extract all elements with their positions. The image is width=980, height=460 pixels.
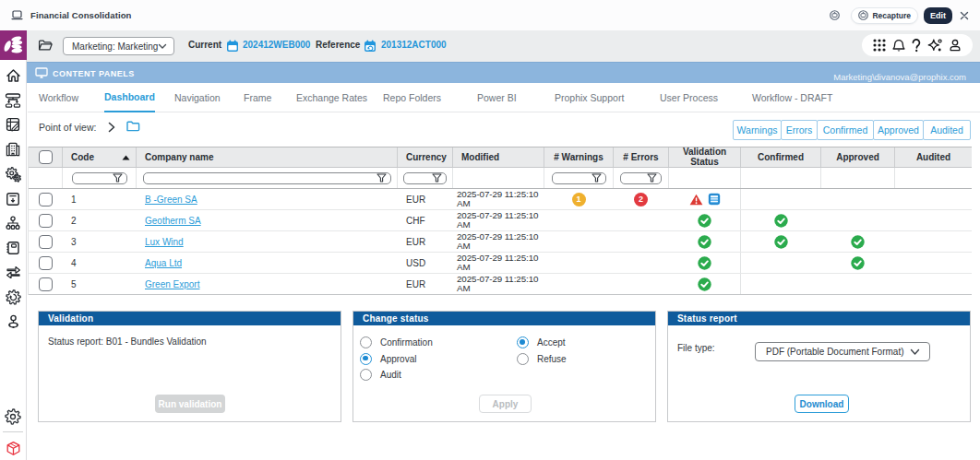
sidebar-item-home[interactable]: [0, 68, 26, 83]
filter-button-audited[interactable]: Audited: [923, 120, 971, 140]
open-folder-icon[interactable]: [38, 39, 53, 52]
column-header[interactable]: # Warnings: [554, 152, 604, 162]
company-link[interactable]: Lux Wind: [145, 237, 184, 247]
tab-dashboard[interactable]: Dashboard: [104, 83, 155, 112]
radio-circle-icon[interactable]: [517, 336, 529, 348]
filter-button-warnings[interactable]: Warnings: [733, 120, 782, 140]
funnel-icon[interactable]: [647, 173, 657, 183]
apps-grid-icon[interactable]: [873, 39, 886, 52]
apply-button[interactable]: Apply: [479, 395, 532, 413]
table-row[interactable]: 3Lux WindEUR2025-07-29 11:25:10AM: [29, 231, 972, 253]
row-checkbox[interactable]: [39, 277, 53, 291]
column-header[interactable]: ValidationStatus: [683, 147, 726, 167]
sidebar-item-report-box[interactable]: [0, 192, 26, 206]
column-header[interactable]: Modified: [461, 152, 499, 162]
sidebar-item-journal-edit[interactable]: [0, 117, 26, 132]
filter-button-approved[interactable]: Approved: [873, 120, 924, 140]
sidebar-item-automation[interactable]: [0, 289, 26, 305]
notifications-bell-icon[interactable]: [892, 39, 905, 53]
funnel-icon[interactable]: [113, 173, 123, 183]
validation-warning-icon[interactable]: [689, 194, 703, 206]
column-header[interactable]: Currency: [406, 152, 447, 162]
column-header[interactable]: Confirmed: [758, 152, 804, 162]
close-icon[interactable]: [960, 11, 969, 20]
tab-workflow[interactable]: Workflow: [39, 83, 78, 112]
table-row[interactable]: 5Green ExportEUR2025-07-29 11:25:10AM: [29, 274, 972, 295]
pov-folder-icon[interactable]: [126, 121, 140, 132]
sidebar-item-user-flow[interactable]: [0, 314, 26, 329]
recapture-button[interactable]: Recapture: [851, 7, 918, 24]
reference-period-link[interactable]: 201312ACT000: [381, 40, 447, 50]
filter-input[interactable]: [403, 172, 447, 184]
row-checkbox[interactable]: [39, 193, 53, 206]
table-row[interactable]: 4Aqua LtdUSD2025-07-29 11:25:10AM: [29, 253, 972, 274]
sidebar-item-processes[interactable]: [0, 167, 26, 183]
tab-user-process[interactable]: User Process: [660, 83, 718, 112]
column-header[interactable]: # Errors: [623, 152, 658, 162]
table-row[interactable]: 2Geotherm SACHF2025-07-29 11:25:10AM: [29, 210, 972, 231]
warnings-badge[interactable]: 1: [572, 193, 586, 206]
file-type-select[interactable]: PDF (Portable Document Format): [755, 342, 930, 361]
sidebar-item-sandbox[interactable]: [0, 441, 26, 456]
sort-ascending-icon[interactable]: [122, 155, 130, 160]
filter-input[interactable]: [552, 172, 606, 184]
run-validation-button[interactable]: Run validation: [155, 395, 225, 413]
column-header-code[interactable]: Code: [71, 152, 94, 162]
sidebar-item-org-chart[interactable]: [0, 216, 26, 230]
validation-report-icon[interactable]: [708, 193, 721, 206]
company-link[interactable]: B -Green SA: [145, 195, 197, 205]
tab-frame[interactable]: Frame: [244, 83, 271, 112]
tab-workflow-draft[interactable]: Workflow - DRAFT: [752, 83, 832, 112]
radio-approval[interactable]: Approval: [360, 353, 416, 365]
sidebar-item-company[interactable]: [0, 142, 26, 157]
radio-circle-icon[interactable]: [360, 369, 372, 381]
capture-target-icon[interactable]: [830, 10, 840, 20]
select-all-checkbox[interactable]: [39, 150, 53, 164]
filter-button-errors[interactable]: Errors: [781, 120, 818, 140]
column-header[interactable]: Company name: [145, 152, 213, 162]
radio-confirmation[interactable]: Confirmation: [360, 336, 433, 348]
company-link[interactable]: Aqua Ltd: [145, 258, 182, 268]
filter-input[interactable]: [620, 172, 662, 184]
column-header[interactable]: Audited: [916, 152, 950, 162]
errors-badge[interactable]: 2: [634, 193, 648, 206]
radio-audit[interactable]: Audit: [360, 369, 401, 381]
prophix-logo[interactable]: [0, 30, 27, 60]
current-period-link[interactable]: 202412WEB000: [243, 40, 310, 50]
radio-circle-icon[interactable]: [517, 353, 529, 365]
filter-button-confirmed[interactable]: Confirmed: [817, 120, 874, 140]
funnel-icon[interactable]: [376, 173, 387, 183]
download-button[interactable]: Download: [795, 395, 849, 413]
pov-chevron-icon[interactable]: [108, 122, 115, 133]
filter-input[interactable]: [72, 172, 127, 184]
radio-circle-icon[interactable]: [360, 353, 372, 365]
tab-repo-folders[interactable]: Repo Folders: [383, 83, 441, 112]
current-calendar-icon[interactable]: [226, 40, 239, 53]
reference-calendar-icon[interactable]: [364, 40, 377, 53]
radio-accept[interactable]: Accept: [517, 336, 566, 348]
tab-exchange-rates[interactable]: Exchange Rates: [296, 83, 367, 112]
user-profile-icon[interactable]: [949, 39, 962, 52]
company-link[interactable]: Green Export: [145, 279, 199, 289]
workflow-selector[interactable]: Marketing: Marketing: [63, 37, 174, 55]
filter-input[interactable]: [143, 172, 391, 184]
edit-button[interactable]: Edit: [924, 7, 952, 24]
column-header[interactable]: Approved: [836, 152, 879, 162]
row-checkbox[interactable]: [39, 256, 53, 270]
sidebar-item-ledger[interactable]: [0, 241, 26, 255]
sidebar-item-workflow[interactable]: [0, 93, 26, 108]
company-link[interactable]: Geotherm SA: [145, 216, 201, 226]
row-checkbox[interactable]: [39, 235, 53, 249]
tab-power-bi[interactable]: Power BI: [477, 83, 517, 112]
sidebar-item-transfers[interactable]: [0, 265, 26, 278]
ai-sparkle-icon[interactable]: [927, 39, 942, 53]
tab-navigation[interactable]: Navigation: [174, 83, 221, 112]
table-row[interactable]: 1B -Green SAEUR2025-07-29 11:25:10AM12: [29, 189, 972, 210]
funnel-icon[interactable]: [432, 173, 442, 183]
funnel-icon[interactable]: [592, 173, 602, 183]
sidebar-item-settings[interactable]: [0, 408, 26, 425]
radio-circle-icon[interactable]: [360, 336, 372, 348]
tab-prophix-support[interactable]: Prophix Support: [555, 83, 624, 112]
row-checkbox[interactable]: [39, 214, 53, 228]
radio-refuse[interactable]: Refuse: [517, 353, 567, 365]
